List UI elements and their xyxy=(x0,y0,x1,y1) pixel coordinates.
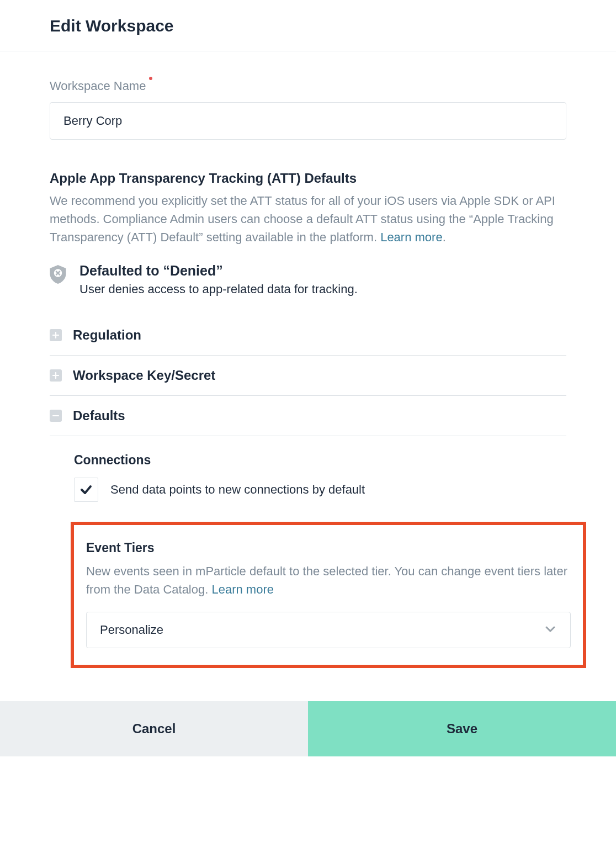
period: . xyxy=(443,230,446,244)
accordion-label: Defaults xyxy=(73,408,125,423)
att-section-title: Apple App Transparency Tracking (ATT) De… xyxy=(50,171,566,186)
att-section-description: We recommend you explicitly set the ATT … xyxy=(50,192,566,246)
accordion-label: Regulation xyxy=(73,327,141,343)
connections-checkbox-row: Send data points to new connections by d… xyxy=(74,478,566,502)
connections-checkbox-label: Send data points to new connections by d… xyxy=(110,483,365,497)
event-tiers-highlight: Event Tiers New events seen in mParticle… xyxy=(71,522,586,668)
check-icon xyxy=(79,483,93,496)
cancel-button[interactable]: Cancel xyxy=(0,701,308,756)
chevron-down-icon xyxy=(544,622,557,638)
event-tiers-description: New events seen in mParticle default to … xyxy=(86,562,571,599)
dialog-header: Edit Workspace xyxy=(0,0,616,51)
dialog-footer: Cancel Save xyxy=(0,701,616,756)
defaults-panel: Connections Send data points to new conn… xyxy=(50,436,566,668)
att-default-subtitle: User denies access to app-related data f… xyxy=(79,282,358,296)
att-default-title: Defaulted to “Denied” xyxy=(79,263,358,279)
dialog-title: Edit Workspace xyxy=(50,17,566,35)
connections-heading: Connections xyxy=(74,453,566,468)
accordion-key-secret[interactable]: Workspace Key/Secret xyxy=(50,356,566,396)
event-tiers-select-value: Personalize xyxy=(100,623,163,637)
accordion-regulation[interactable]: Regulation xyxy=(50,327,566,356)
workspace-name-input[interactable] xyxy=(50,102,566,140)
workspace-name-label: Workspace Name xyxy=(50,79,146,93)
workspace-name-field: Workspace Name xyxy=(50,79,566,140)
expand-icon xyxy=(50,369,62,382)
accordion-defaults[interactable]: Defaults xyxy=(50,396,566,436)
expand-icon xyxy=(50,329,62,341)
dialog-content: Workspace Name Apple App Transparency Tr… xyxy=(0,51,616,701)
required-indicator-icon xyxy=(149,77,152,80)
event-tiers-learn-more-link[interactable]: Learn more xyxy=(211,582,274,596)
att-default-block: Defaulted to “Denied” User denies access… xyxy=(50,263,566,296)
event-tiers-heading: Event Tiers xyxy=(86,541,571,555)
shield-denied-icon xyxy=(50,265,66,286)
collapse-icon xyxy=(50,410,62,422)
att-learn-more-link[interactable]: Learn more xyxy=(380,230,443,244)
connections-checkbox[interactable] xyxy=(74,478,98,502)
accordion-label: Workspace Key/Secret xyxy=(73,368,215,383)
accordion-list: Regulation Workspace Key/Secret Defaults… xyxy=(50,327,566,668)
event-tiers-select[interactable]: Personalize xyxy=(86,612,571,648)
save-button[interactable]: Save xyxy=(308,701,616,756)
